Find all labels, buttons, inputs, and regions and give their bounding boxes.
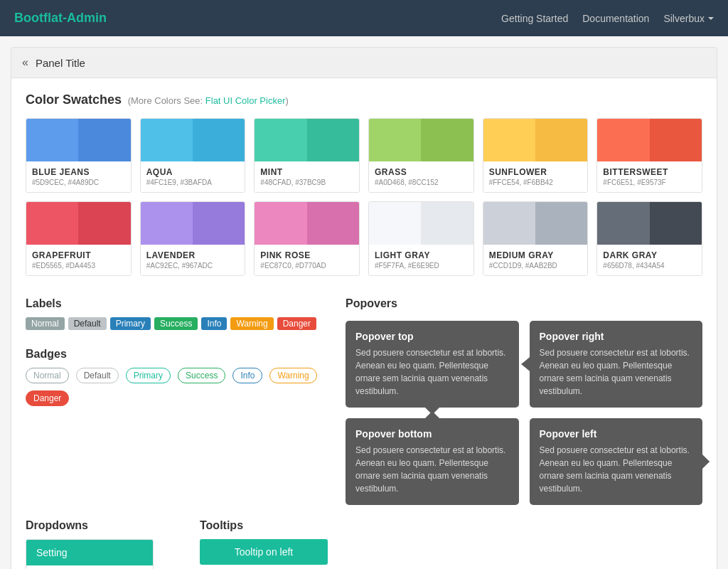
badges-section: Badges NormalDefaultPrimarySuccessInfoWa… (26, 348, 324, 410)
swatch-color-2 (650, 119, 702, 161)
swatch-name: BLUE JEANS (32, 167, 125, 177)
badge-info: Info (232, 368, 262, 383)
tooltip-btn-tooltip-on-left[interactable]: Tooltip on left (200, 539, 328, 565)
swatch-codes: #5D9CEC, #4A89DC (32, 179, 125, 186)
swatch-color-1 (26, 202, 78, 245)
badge-primary: Primary (126, 368, 171, 383)
dropdowns-title: Dropdowns (26, 519, 178, 532)
badges-title: Badges (26, 348, 324, 361)
popover-title: Popover bottom (355, 428, 509, 440)
swatch-color-2 (307, 119, 359, 161)
swatch-codes: #ED5565, #DA4453 (32, 262, 125, 270)
swatch-color-1 (255, 119, 306, 161)
swatch-codes: #656D78, #434A54 (603, 262, 696, 270)
swatch-codes: #48CFAD, #37BC9B (260, 179, 353, 186)
swatch-name: DARK GRAY (603, 250, 696, 260)
swatch-info: LIGHT GRAY #F5F7FA, #E6E9ED (369, 245, 473, 275)
labels-title: Labels (26, 297, 324, 310)
navbar-brand[interactable]: Bootflat-Admin (14, 11, 107, 26)
swatch-name: SUNFLOWER (489, 167, 582, 177)
nav-link-getting-started[interactable]: Getting Started (501, 13, 568, 24)
label-normal: Normal (26, 317, 65, 330)
labels-row: NormalDefaultPrimarySuccessInfoWarningDa… (26, 317, 324, 330)
swatch-color-2 (307, 202, 359, 245)
swatch-colors (255, 119, 359, 161)
tooltip-buttons: Tooltip on leftTooltip on topTooltip on … (200, 539, 353, 569)
swatch-card: AQUA #4FC1E9, #3BAFDA (140, 118, 246, 193)
swatch-name: GRAPEFRUIT (32, 250, 125, 260)
swatch-info: BLUE JEANS #5D9CEC, #4A89DC (26, 161, 131, 192)
swatch-card: GRASS #A0D468, #8CC152 (368, 118, 474, 193)
tooltips-section: Tooltips Tooltip on leftTooltip on topTo… (200, 519, 353, 569)
swatch-color-2 (421, 119, 473, 161)
flat-ui-link[interactable]: Flat UI Color Picker (205, 95, 286, 106)
popover-text: Sed posuere consectetur est at lobortis.… (355, 444, 509, 495)
swatch-codes: #F5F7FA, #E6E9ED (375, 262, 468, 270)
swatch-codes: #CCD1D9, #AAB2BD (489, 262, 582, 270)
swatch-color-2 (78, 119, 130, 161)
swatch-info: MINT #48CFAD, #37BC9B (255, 161, 359, 192)
swatch-color-1 (369, 202, 421, 245)
badge-default: Default (76, 368, 119, 383)
swatch-colors (369, 202, 473, 245)
badge-warning: Warning (269, 368, 316, 383)
labels-popovers-row: Labels NormalDefaultPrimarySuccessInfoWa… (26, 297, 702, 505)
label-primary: Primary (110, 317, 151, 330)
dropdown-menu: Setting ActionAnother actionSomething el… (26, 539, 154, 569)
popover-bottom-arrow (427, 411, 438, 418)
swatch-info: MEDIUM GRAY #CCD1D9, #AAB2BD (483, 245, 588, 275)
swatch-info: AQUA #4FC1E9, #3BAFDA (141, 161, 245, 192)
lower-row: Dropdowns Setting ActionAnother actionSo… (26, 519, 702, 569)
nav-item-documentation[interactable]: Documentation (582, 13, 649, 24)
swatch-color-1 (369, 119, 421, 161)
popovers-grid: Popover top Sed posuere consectetur est … (346, 321, 702, 505)
popover-title: Popover top (355, 331, 509, 342)
swatch-card: PINK ROSE #EC87C0, #D770AD (254, 201, 360, 276)
popover-right: Popover right Sed posuere consectetur es… (530, 321, 703, 408)
label-warning: Warning (230, 317, 273, 330)
dropdowns-section: Dropdowns Setting ActionAnother actionSo… (26, 519, 178, 569)
popover-left: Popover left Sed posuere consectetur est… (530, 418, 703, 505)
label-default: Default (68, 317, 107, 330)
swatch-color-1 (597, 119, 649, 161)
swatch-card: GRAPEFRUIT #ED5565, #DA4453 (26, 201, 132, 276)
swatch-codes: #AC92EC, #967ADC (146, 262, 240, 270)
swatch-color-2 (650, 202, 702, 245)
badge-normal: Normal (26, 368, 69, 383)
dropdown-item[interactable]: Action (26, 565, 153, 569)
swatch-name: GRASS (375, 167, 468, 177)
popovers-title: Popovers (346, 297, 702, 310)
swatch-name: LAVENDER (146, 250, 240, 260)
swatch-name: AQUA (146, 167, 240, 177)
label-success: Success (154, 317, 198, 330)
dropdown-header: Setting (26, 540, 153, 565)
swatch-colors (597, 119, 702, 161)
swatch-colors (483, 119, 588, 161)
swatch-info: BITTERSWEET #FC6E51, #E9573F (597, 161, 702, 192)
swatch-info: DARK GRAY #656D78, #434A54 (597, 245, 702, 275)
popover-text: Sed posuere consectetur est at lobortis.… (540, 444, 693, 495)
swatch-colors (26, 202, 131, 245)
swatches-title-text: Color Swatches (26, 92, 122, 107)
swatches-subtitle: (More Colors See: Flat UI Color Picker) (125, 95, 289, 106)
swatch-card: MEDIUM GRAY #CCD1D9, #AAB2BD (483, 201, 589, 276)
nav-item-getting-started[interactable]: Getting Started (501, 13, 568, 24)
color-swatches-title: Color Swatches (More Colors See: Flat UI… (26, 92, 702, 107)
swatch-colors (483, 202, 588, 245)
swatches-grid: BLUE JEANS #5D9CEC, #4A89DC AQUA #4FC1E9… (26, 118, 702, 276)
swatch-color-1 (26, 119, 78, 161)
tooltips-title: Tooltips (200, 519, 353, 532)
label-danger: Danger (277, 317, 316, 330)
swatch-color-1 (255, 202, 306, 245)
navbar-nav: Getting Started Documentation Silverbux (501, 13, 714, 24)
swatch-codes: #FFCE54, #F6BB42 (489, 179, 582, 186)
color-swatches-section: Color Swatches (More Colors See: Flat UI… (26, 92, 702, 276)
panel: « Panel Title Color Swatches (More Color… (11, 47, 717, 569)
nav-dropdown-silverbux[interactable]: Silverbux (663, 13, 714, 24)
badge-success: Success (178, 368, 225, 383)
nav-link-documentation[interactable]: Documentation (582, 13, 649, 24)
nav-item-silverbux[interactable]: Silverbux (663, 13, 714, 24)
swatch-info: GRAPEFRUIT #ED5565, #DA4453 (26, 245, 131, 275)
swatch-card: LAVENDER #AC92EC, #967ADC (140, 201, 246, 276)
dropdown-items: ActionAnother actionSomething else here► (26, 565, 153, 569)
